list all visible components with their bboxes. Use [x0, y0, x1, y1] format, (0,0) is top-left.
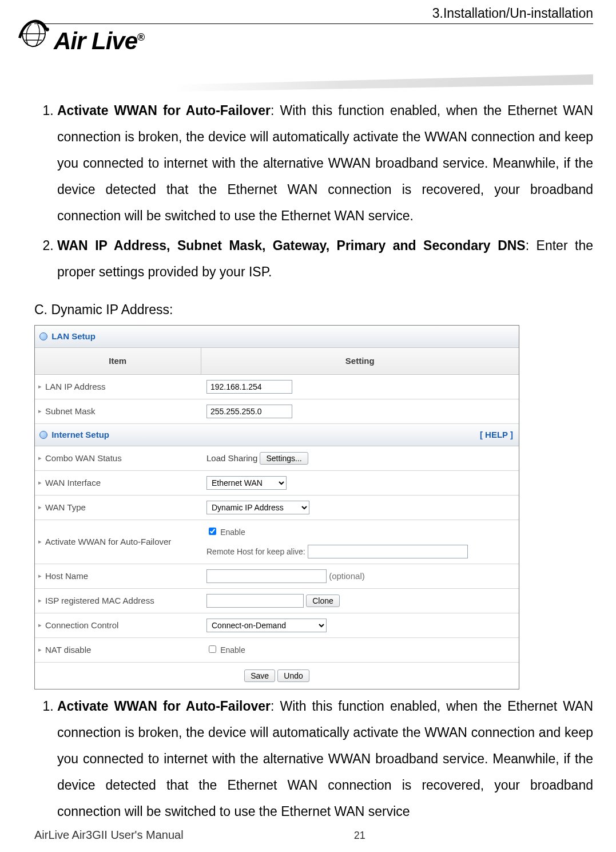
brand-logo: Air Live®: [14, 11, 144, 49]
page-footer: AirLive Air3GII User's Manual 21: [34, 829, 593, 842]
settings-panel: LAN Setup Item Setting LAN IP Address Su…: [34, 325, 519, 689]
lan-setup-title: LAN Setup: [51, 331, 96, 341]
svg-point-0: [45, 27, 49, 31]
wan-type-select[interactable]: Dynamic IP Address: [206, 501, 309, 514]
internet-setup-header: Internet Setup [ HELP ]: [35, 424, 519, 446]
bottom-list: Activate WWAN for Auto-Failover: With th…: [34, 693, 593, 825]
brand-text: Air Live®: [54, 27, 144, 55]
label-subnet: Subnet Mask: [35, 399, 201, 424]
combo-wan-prefix: Load Sharing: [206, 453, 257, 463]
label-combo-wan: Combo WAN Status: [35, 446, 201, 471]
action-row: Save Undo: [35, 663, 519, 689]
bold-term: Activate WWAN for Auto-Failover: [57, 699, 271, 714]
list-item: Activate WWAN for Auto-Failover: With th…: [57, 97, 593, 229]
combo-settings-button[interactable]: Settings...: [260, 452, 308, 465]
remote-host-label: Remote Host for keep alive:: [206, 547, 305, 556]
host-name-input[interactable]: [206, 569, 327, 583]
undo-button[interactable]: Undo: [277, 669, 309, 682]
header-gradient: [174, 74, 593, 92]
label-isp-mac: ISP registered MAC Address: [35, 589, 201, 613]
col-setting: Setting: [201, 348, 519, 375]
page-header: 3.Installation/Un-installation Air Live®: [34, 6, 593, 80]
label-wan-type: WAN Type: [35, 496, 201, 520]
nat-disable-checkbox[interactable]: [209, 645, 216, 653]
lan-setup-header: LAN Setup: [35, 326, 519, 348]
item-text: : With this function enabled, when the E…: [57, 699, 593, 819]
lan-ip-input[interactable]: [206, 380, 292, 394]
globe-icon: [39, 332, 47, 340]
nat-disable-label: Enable: [220, 645, 245, 655]
bold-term: Activate WWAN for Auto-Failover: [57, 103, 271, 118]
label-wan-interface: WAN Interface: [35, 471, 201, 496]
col-item: Item: [35, 348, 201, 375]
failover-enable-label: Enable: [220, 528, 245, 537]
label-lan-ip: LAN IP Address: [35, 375, 201, 399]
list-item: Activate WWAN for Auto-Failover: With th…: [57, 693, 593, 825]
label-host-name: Host Name: [35, 564, 201, 589]
save-button[interactable]: Save: [244, 669, 275, 682]
remote-host-input[interactable]: [308, 545, 468, 558]
clone-button[interactable]: Clone: [306, 595, 340, 607]
globe-icon: [39, 431, 47, 439]
wan-interface-select[interactable]: Ethernet WAN: [206, 476, 287, 490]
label-connection-control: Connection Control: [35, 613, 201, 638]
section-c-heading: C. Dynamic IP Address:: [34, 296, 593, 323]
label-nat-disable: NAT disable: [35, 638, 201, 663]
list-item: WAN IP Address, Subnet Mask, Gateway, Pr…: [57, 232, 593, 285]
host-name-hint: (optional): [329, 571, 365, 581]
bold-term: WAN IP Address, Subnet Mask, Gateway, Pr…: [57, 238, 526, 253]
label-auto-failover: Activate WWAN for Auto-Failover: [35, 520, 201, 564]
subnet-input[interactable]: [206, 405, 292, 418]
column-header-row: Item Setting: [35, 348, 519, 375]
help-link[interactable]: [ HELP ]: [480, 426, 513, 443]
connection-control-select[interactable]: Connect-on-Demand: [206, 619, 327, 632]
globe-icon: [14, 11, 51, 49]
top-list: Activate WWAN for Auto-Failover: With th…: [34, 97, 593, 285]
page-number: 21: [126, 830, 593, 842]
item-text: : With this function enabled, when the E…: [57, 103, 593, 223]
isp-mac-input[interactable]: [206, 594, 304, 608]
failover-enable-checkbox[interactable]: [209, 528, 216, 535]
internet-setup-title: Internet Setup: [51, 430, 109, 439]
